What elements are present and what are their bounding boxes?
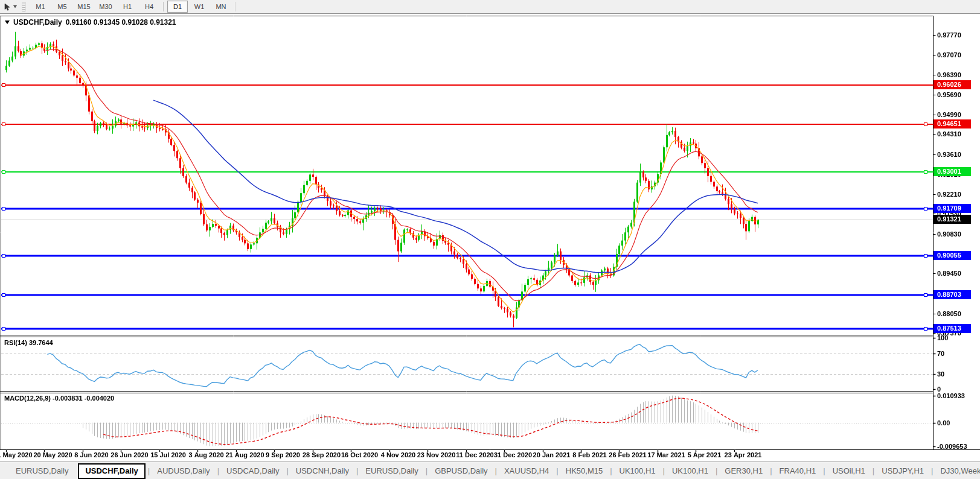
chart-tab-ger30-h1[interactable]: GER30,H1 xyxy=(717,462,770,479)
chart-tabs-bar: EURUSD,DailyUSDCHF,Daily|AUDUSD,Daily|US… xyxy=(0,462,980,479)
chart-tab-usdchf-daily[interactable]: USDCHF,Daily xyxy=(78,463,145,479)
chart-tab-uk100-h1[interactable]: UK100,H1 xyxy=(665,462,716,479)
chart-tab-audusd-daily[interactable]: AUDUSD,Daily xyxy=(150,462,217,479)
chart-tab-xauusd-h4[interactable]: XAUUSD,H4 xyxy=(497,462,556,479)
chart-tab-dj30-weekly[interactable]: DJ30,Weekly xyxy=(933,462,980,479)
chart-tab-fra40-h1[interactable]: FRA40,H1 xyxy=(772,462,824,479)
timeframe-button-m5[interactable]: M5 xyxy=(52,1,72,13)
trading-terminal-window: { "toolbar": { "timeframes": ["M1","M5",… xyxy=(0,0,980,479)
timeframe-button-m15[interactable]: M15 xyxy=(74,1,94,13)
toolbar-grip[interactable] xyxy=(22,2,26,11)
cursor-icon xyxy=(4,3,11,11)
timeframe-button-m30[interactable]: M30 xyxy=(95,1,116,13)
timeframe-button-w1[interactable]: W1 xyxy=(189,1,210,13)
timeframe-button-m1[interactable]: M1 xyxy=(30,1,51,13)
timeframe-toolbar: M1M5M15M30H1H4D1W1MN xyxy=(0,0,980,14)
cursor-tool-button[interactable] xyxy=(1,1,19,12)
chart-tab-usdjpy-h1[interactable]: USDJPY,H1 xyxy=(874,462,931,479)
chart-tab-usdcad-daily[interactable]: USDCAD,Daily xyxy=(219,462,286,479)
timeframe-button-h4[interactable]: H4 xyxy=(139,1,159,13)
timeframe-button-mn[interactable]: MN xyxy=(211,1,231,13)
chart-tab-eurusd-daily[interactable]: EURUSD,Daily xyxy=(358,462,425,479)
toolbar-separator xyxy=(235,2,235,11)
timeframe-button-h1[interactable]: H1 xyxy=(117,1,138,13)
chart-tab-gbpusd-daily[interactable]: GBPUSD,Daily xyxy=(428,462,495,479)
chart-tab-hk50-m15[interactable]: HK50,M15 xyxy=(559,462,610,479)
chart-tab-eurusd-daily[interactable]: EURUSD,Daily xyxy=(8,462,75,479)
chart-tab-usoil-h1[interactable]: USOil,H1 xyxy=(825,462,873,479)
toolbar-separator xyxy=(163,2,164,11)
chart-window: USDCHF,Daily 0.91160 0.91345 0.91028 0.9… xyxy=(0,14,980,462)
chart-tab-uk100-h1[interactable]: UK100,H1 xyxy=(612,462,663,479)
chart-tab-usdcnh-daily[interactable]: USDCNH,Daily xyxy=(289,462,356,479)
timeframe-button-d1[interactable]: D1 xyxy=(167,1,188,13)
price-chart-canvas[interactable] xyxy=(0,14,980,462)
cursor-tool-dropdown-icon[interactable] xyxy=(13,5,16,8)
